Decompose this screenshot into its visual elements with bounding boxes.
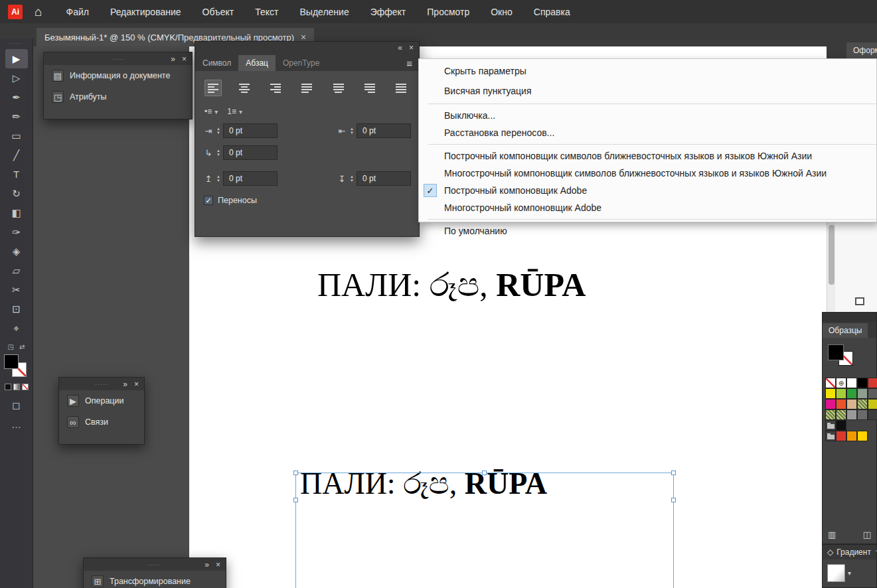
indent-right-stepper[interactable]: ▲▼ [350, 127, 354, 135]
menu-item-hanging-punctuation[interactable]: Висячая пунктуация [419, 81, 876, 101]
pen-tool[interactable]: ✒ [5, 88, 28, 107]
gradient-mode-icon[interactable] [13, 384, 20, 390]
home-icon[interactable]: ⌂ [35, 5, 42, 19]
menu-item-adobe-single-line-composer[interactable]: ✓Построчный компоновщик Adobe [419, 182, 876, 199]
none-mode-icon[interactable] [22, 384, 29, 390]
swatch-pattern[interactable] [825, 409, 836, 420]
close-panel-icon[interactable]: × [216, 560, 220, 569]
menubar-item-edit[interactable]: Редактирование [100, 0, 192, 23]
artboard-text-1[interactable]: ПАЛИ: රූප, RŪPA [317, 265, 586, 305]
swatches-panel-header[interactable] [823, 313, 876, 322]
align-justify-all-button[interactable] [392, 80, 410, 96]
close-panel-icon[interactable]: × [134, 380, 139, 389]
color-mode-icon[interactable] [5, 384, 11, 390]
gradient-tool[interactable]: ◧ [5, 203, 28, 222]
artboard-tool[interactable]: ⊡ [5, 299, 28, 319]
type-tool[interactable]: T [5, 165, 28, 184]
eyedropper-tool[interactable]: ✑ [5, 222, 28, 242]
gradient-thumbnail[interactable] [827, 564, 845, 582]
swatch-color[interactable] [857, 378, 868, 388]
bullet-list-button[interactable]: •≡ ▾ [204, 107, 218, 116]
space-after-stepper[interactable]: ▲▼ [350, 175, 354, 183]
swatch-color[interactable] [868, 409, 877, 420]
indent-left-input[interactable] [223, 123, 278, 138]
toolbar-grip[interactable]: ····· [10, 40, 23, 46]
swatch-color[interactable] [868, 388, 877, 399]
menu-item-reset-to-default[interactable]: По умолчанию [419, 222, 876, 240]
numbered-list-button[interactable]: 1≡ ▾ [227, 107, 242, 116]
menubar-item-select[interactable]: Выделение [289, 0, 360, 23]
shape-builder-tool[interactable]: ◈ [5, 242, 28, 261]
align-justify-left-button[interactable] [298, 80, 315, 96]
tab-appearance[interactable]: Оформ [846, 42, 877, 58]
menu-item-hyphenation-settings[interactable]: Расстановка переносов... [419, 124, 876, 141]
tab-opentype[interactable]: OpenType [276, 55, 327, 71]
sidebar-item-document-info[interactable]: ▤ Информация о документе [44, 65, 192, 86]
swatch-pattern[interactable] [857, 399, 868, 409]
swatch-registration[interactable]: ⊕ [836, 378, 846, 388]
first-line-indent-stepper[interactable]: ▲▼ [216, 149, 220, 157]
selection-handle-top-left[interactable] [293, 471, 298, 475]
selection-handle-top-center[interactable] [482, 471, 487, 475]
tab-character[interactable]: Символ [195, 55, 238, 71]
collapse-panel-icon[interactable]: » [171, 54, 175, 64]
sidebar-item-links[interactable]: ∞ Связи [59, 411, 144, 433]
swatch-color[interactable] [825, 399, 836, 409]
hyphenation-checkbox[interactable]: ✓ Переносы [195, 196, 419, 205]
swatch-color[interactable] [868, 399, 877, 409]
swatch-color[interactable] [857, 409, 868, 420]
swatch-color[interactable] [868, 378, 877, 388]
scissors-tool[interactable]: ✂ [5, 280, 28, 299]
tab-swatches[interactable]: Образцы [823, 323, 868, 338]
swatch-none[interactable] [825, 378, 836, 388]
menubar-item-file[interactable]: Файл [55, 0, 99, 23]
align-right-button[interactable] [267, 80, 284, 96]
selection-handle-middle-right[interactable] [671, 498, 676, 502]
current-fill-swatch[interactable] [828, 344, 844, 360]
direct-selection-tool[interactable]: ▷ [5, 68, 28, 88]
menubar-item-help[interactable]: Справка [523, 0, 581, 23]
swatch-color[interactable] [825, 388, 836, 399]
default-colors-icon[interactable]: ◳ [8, 343, 14, 350]
menubar-item-type[interactable]: Текст [244, 0, 289, 23]
text-frame-in-port[interactable] [293, 498, 298, 502]
sidebar-item-attributes[interactable]: ◳ Атрибуты [44, 86, 192, 108]
rectangle-tool[interactable]: ▭ [5, 126, 28, 145]
swatch-color[interactable] [846, 431, 857, 441]
panel-grip[interactable]: ····· [112, 56, 125, 62]
collapse-panel-icon[interactable]: « [398, 43, 402, 52]
swap-colors-icon[interactable]: ⇄ [19, 343, 25, 350]
first-line-indent-input[interactable] [223, 145, 278, 160]
swatch-color[interactable] [857, 388, 868, 399]
rotate-tool[interactable]: ↻ [5, 184, 28, 203]
swatch-color[interactable] [836, 399, 846, 409]
zoom-tool[interactable]: ⌖ [5, 319, 28, 338]
app-logo-icon[interactable]: Ai [8, 5, 23, 19]
swatch-color[interactable] [846, 409, 857, 420]
panel-grip[interactable]: ····· [148, 561, 161, 568]
pencil-tool[interactable]: ✏ [5, 107, 28, 126]
indent-right-input[interactable] [357, 123, 411, 138]
sidebar-item-transform[interactable]: ⊞ Трансформирование [84, 571, 226, 588]
collapse-panel-icon[interactable]: » [123, 380, 127, 389]
document-info-panel-header[interactable]: ····· » × [44, 52, 192, 65]
align-center-button[interactable] [236, 80, 253, 96]
align-left-button[interactable] [204, 80, 222, 96]
swatch-color[interactable] [836, 388, 846, 399]
close-panel-icon[interactable]: × [409, 43, 414, 52]
swatch-kinds-icon[interactable]: ◫ [863, 530, 871, 540]
swatch-color[interactable] [836, 431, 846, 441]
menubar-item-effect[interactable]: Эффект [360, 0, 417, 23]
selection-tool[interactable]: ▶ [5, 49, 28, 68]
tab-paragraph[interactable]: Абзац [238, 55, 276, 71]
paintbrush-tool[interactable]: ╱ [5, 145, 28, 165]
menu-item-middle-eastern-every-line-composer[interactable]: Многострочный компоновщик символов ближн… [419, 165, 876, 182]
blend-tool[interactable]: ▱ [5, 261, 28, 280]
artboard-panel-icon[interactable] [855, 297, 864, 305]
actions-panel-header[interactable]: ····· » × [59, 378, 144, 390]
swatch-color[interactable] [846, 378, 857, 388]
swatch-group-folder[interactable] [825, 420, 836, 431]
sidebar-item-actions[interactable]: ▶ Операции [59, 390, 144, 411]
indent-left-stepper[interactable]: ▲▼ [216, 127, 220, 135]
gradient-panel-header[interactable]: ◇ Градиент ⌃ [823, 545, 876, 559]
